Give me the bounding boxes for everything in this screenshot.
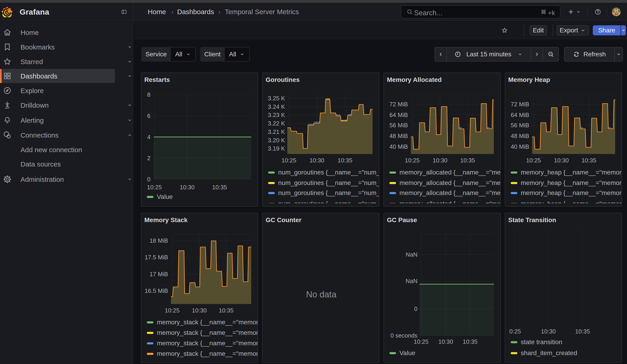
svg-text:3.23 K: 3.23 K [268,111,285,118]
svg-text:NaN: NaN [406,278,418,284]
svg-text:10:30: 10:30 [432,157,447,164]
svg-text:NaN: NaN [406,251,418,258]
svg-text:72 MiB: 72 MiB [511,101,529,108]
svg-text:18 MiB: 18 MiB [150,237,168,244]
svg-text:10:25: 10:25 [165,307,179,314]
svg-text:10:35: 10:35 [460,157,475,164]
svg-text:40 MiB: 40 MiB [389,143,408,150]
svg-text:2: 2 [147,155,151,161]
svg-text:4: 4 [147,134,151,141]
svg-text:0: 0 [147,176,151,183]
svg-text:8: 8 [147,91,151,98]
svg-text:10:25: 10:25 [405,157,419,164]
svg-text:10:25: 10:25 [281,157,296,164]
svg-text:10:35: 10:35 [212,184,227,191]
svg-text:40 MiB: 40 MiB [511,143,529,150]
svg-text:3.25 K: 3.25 K [268,95,285,102]
svg-text:10:30: 10:30 [554,157,569,164]
svg-text:48 MiB: 48 MiB [389,133,408,139]
svg-text:16.5 MiB: 16.5 MiB [145,287,168,294]
svg-text:48 MiB: 48 MiB [511,133,529,139]
svg-text:72 MiB: 72 MiB [389,101,408,108]
svg-text:17 MiB: 17 MiB [150,271,168,278]
svg-text:10:25: 10:25 [526,157,541,164]
svg-text:56 MiB: 56 MiB [389,122,408,129]
svg-text:3.19 K: 3.19 K [268,145,285,152]
svg-text:10:30: 10:30 [192,307,207,314]
svg-text:0 seconds: 0 seconds [390,332,418,339]
svg-text:56 MiB: 56 MiB [511,122,529,129]
svg-text:10:35: 10:35 [337,157,352,164]
svg-text:3.21 K: 3.21 K [268,128,285,135]
svg-text:0: 0 [414,305,418,312]
svg-text:10:30: 10:30 [438,338,453,345]
svg-text:No data: No data [306,290,337,299]
svg-text:3.24 K: 3.24 K [268,103,285,110]
svg-text:10:25: 10:25 [414,338,428,345]
svg-text:10:35: 10:35 [575,328,590,335]
svg-text:10:30: 10:30 [310,157,324,164]
svg-text:10:35: 10:35 [463,338,477,345]
svg-text:10:30: 10:30 [180,184,195,191]
svg-text:64 MiB: 64 MiB [389,111,408,118]
svg-text:3.22 K: 3.22 K [268,120,285,127]
svg-text:6: 6 [147,112,151,119]
svg-text:10:30: 10:30 [541,328,556,335]
svg-text:10:35: 10:35 [581,157,596,164]
svg-text:64 MiB: 64 MiB [511,111,529,118]
svg-text:10:35: 10:35 [219,307,233,314]
svg-text:0:25: 0:25 [509,328,521,335]
svg-text:10:25: 10:25 [147,184,162,191]
svg-text:3.20 K: 3.20 K [268,137,285,144]
svg-text:17.5 MiB: 17.5 MiB [145,254,168,261]
